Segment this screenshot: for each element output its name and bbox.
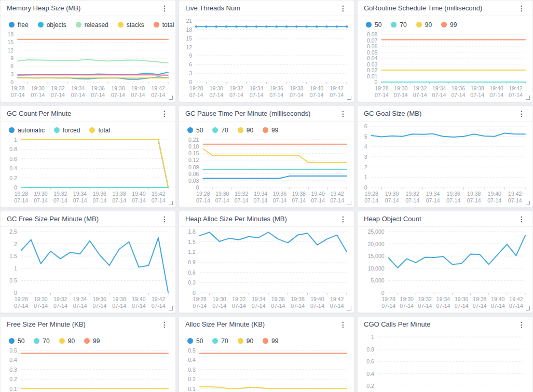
legend-item-99[interactable]: 99 — [84, 337, 100, 345]
x-tick-time-label: 19:34 — [426, 191, 440, 197]
legend-item-90[interactable]: 90 — [238, 127, 253, 134]
kebab-menu-icon[interactable]: ⋮ — [517, 4, 526, 13]
legend-dot-icon — [366, 22, 372, 28]
legend-item-70[interactable]: 70 — [212, 337, 228, 345]
line-chart[interactable]: 00.20.40.60.8119:2807-1419:3007-1419:320… — [1, 135, 175, 207]
x-tick-date-label: 07-14 — [400, 303, 414, 309]
panel-header: GC Goal Size (MB) ⋮ — [358, 106, 532, 121]
legend-label: total — [162, 21, 174, 29]
line-chart[interactable]: 00.030.060.090.120.150.180.2119:2807-141… — [179, 135, 354, 207]
data-point-marker — [225, 25, 228, 28]
legend-dot-icon — [238, 127, 243, 133]
panel-goroutine-schedule-time: GoRoutine Schedule Time (millisecond) ⋮ … — [357, 0, 533, 102]
x-tick-time-label: 19:34 — [71, 85, 85, 91]
legend-item-70[interactable]: 70 — [391, 21, 406, 29]
legend-item-99[interactable]: 99 — [441, 21, 457, 29]
line-chart[interactable]: 05,00010,00015,00020,00025,00019:2807-14… — [358, 227, 532, 313]
legend-item-forced[interactable]: forced — [54, 127, 80, 134]
kebab-menu-icon[interactable]: ⋮ — [160, 214, 169, 224]
x-tick-date-label: 07-14 — [151, 92, 165, 98]
legend-item-automatic[interactable]: automatic — [9, 127, 45, 134]
kebab-menu-icon[interactable]: ⋮ — [338, 320, 348, 329]
line-chart[interactable]: 00.20.40.60.8119:2807-1419:3007-1419:320… — [358, 332, 532, 392]
data-point-marker — [346, 25, 348, 28]
legend-item-90[interactable]: 90 — [59, 337, 75, 345]
panel-title: Alloc Size Per Minute (KB) — [185, 320, 265, 328]
y-tick-label: 0.3 — [9, 367, 17, 373]
legend-dot-icon — [154, 22, 159, 28]
legend-item-70[interactable]: 70 — [34, 337, 49, 345]
line-chart[interactable]: 00.010.020.030.040.050.060.070.0819:2807… — [358, 30, 532, 102]
legend-dot-icon — [118, 22, 124, 28]
kebab-menu-icon[interactable]: ⋮ — [517, 320, 526, 329]
resize-handle-icon[interactable] — [169, 96, 173, 100]
y-tick-label: 0.05 — [367, 49, 378, 56]
legend-item-objects[interactable]: objects — [38, 21, 66, 29]
legend-item-50[interactable]: 50 — [187, 337, 203, 345]
legend-item-50[interactable]: 50 — [366, 21, 381, 29]
resize-handle-icon[interactable] — [169, 306, 173, 310]
x-tick-date-label: 07-14 — [508, 197, 522, 204]
legend-dot-icon — [212, 127, 218, 133]
legend-item-total[interactable]: total — [89, 127, 110, 134]
panel-heap-alloc-size-per-minutes: Heap Alloc Size Per Minutes (MB) ⋮ 00.30… — [179, 211, 354, 313]
legend-dot-icon — [9, 127, 15, 133]
y-tick-label: 1.8 — [188, 228, 196, 235]
legend-item-70[interactable]: 70 — [212, 127, 228, 134]
series-line-total — [21, 140, 168, 187]
resize-handle-icon[interactable] — [347, 96, 351, 100]
legend-item-90[interactable]: 90 — [238, 337, 253, 345]
x-tick-date-label: 07-14 — [34, 197, 48, 204]
line-chart[interactable]: 00.10.20.30.40.519:2807-1419:3007-1419:3… — [179, 346, 354, 392]
line-chart[interactable]: 00.30.60.91.21.51.819:2807-1419:3007-141… — [179, 227, 354, 313]
kebab-menu-icon[interactable]: ⋮ — [160, 109, 169, 118]
resize-handle-icon[interactable] — [526, 306, 530, 310]
line-chart[interactable]: 00.511.522.519:2807-1419:3007-1419:3207-… — [1, 227, 175, 313]
y-tick-label: 10,000 — [367, 265, 384, 272]
legend-item-free[interactable]: free — [9, 21, 29, 29]
kebab-menu-icon[interactable]: ⋮ — [160, 4, 169, 13]
resize-handle-icon[interactable] — [169, 201, 173, 205]
legend-item-total[interactable]: total — [154, 21, 174, 29]
x-tick-date-label: 07-14 — [11, 92, 25, 98]
x-tick-date-label: 07-14 — [209, 92, 223, 98]
chart-svg: 05,00010,00015,00020,00025,00019:2807-14… — [358, 227, 532, 313]
resize-handle-icon[interactable] — [526, 96, 530, 100]
line-chart[interactable]: 036912151819:2807-1419:3007-1419:3207-14… — [1, 30, 175, 102]
resize-handle-icon[interactable] — [526, 201, 530, 205]
kebab-menu-icon[interactable]: ⋮ — [338, 4, 348, 13]
x-tick-time-label: 19:36 — [447, 191, 460, 197]
legend-item-99[interactable]: 99 — [263, 337, 278, 345]
x-tick-time-label: 19:34 — [73, 191, 87, 197]
kebab-menu-icon[interactable]: ⋮ — [338, 109, 348, 118]
legend-item-50[interactable]: 50 — [187, 127, 203, 134]
legend-label: 50 — [375, 21, 381, 29]
resize-handle-icon[interactable] — [347, 201, 351, 205]
legend-item-released[interactable]: released — [76, 21, 108, 29]
kebab-menu-icon[interactable]: ⋮ — [160, 320, 169, 329]
resize-handle-icon[interactable] — [347, 306, 351, 310]
y-tick-label: 1 — [371, 334, 374, 340]
x-tick-time-label: 19:28 — [364, 191, 378, 197]
line-chart[interactable]: 012345619:2807-1419:3007-1419:3207-1419:… — [358, 121, 532, 207]
legend-item-90[interactable]: 90 — [416, 21, 432, 29]
data-point-marker — [316, 25, 318, 28]
kebab-menu-icon[interactable]: ⋮ — [338, 214, 348, 224]
x-tick-time-label: 19:40 — [310, 296, 324, 302]
panel-header: GC Free Size Per Minute (MB) ⋮ — [1, 211, 175, 227]
legend-dot-icon — [38, 22, 44, 28]
legend-dot-icon — [9, 338, 15, 344]
y-tick-label: 0.3 — [188, 367, 196, 373]
panel-heap-object-count: Heap Object Count ⋮ 05,00010,00015,00020… — [357, 211, 533, 313]
line-chart[interactable]: 00.10.20.30.40.519:2807-1419:3007-1419:3… — [1, 346, 175, 392]
legend-item-99[interactable]: 99 — [263, 127, 278, 134]
legend-item-stacks[interactable]: stacks — [118, 21, 144, 29]
x-tick-time-label: 19:30 — [385, 191, 399, 197]
legend-dot-icon — [416, 22, 422, 28]
panel-title: Heap Object Count — [364, 215, 421, 223]
chart-svg: 036912151819:2807-1419:3007-1419:3207-14… — [1, 30, 175, 102]
legend-item-50[interactable]: 50 — [9, 337, 24, 345]
kebab-menu-icon[interactable]: ⋮ — [517, 109, 526, 118]
line-chart[interactable]: 03691215182119:2807-1419:3007-1419:3207-… — [179, 16, 354, 102]
kebab-menu-icon[interactable]: ⋮ — [517, 214, 526, 224]
